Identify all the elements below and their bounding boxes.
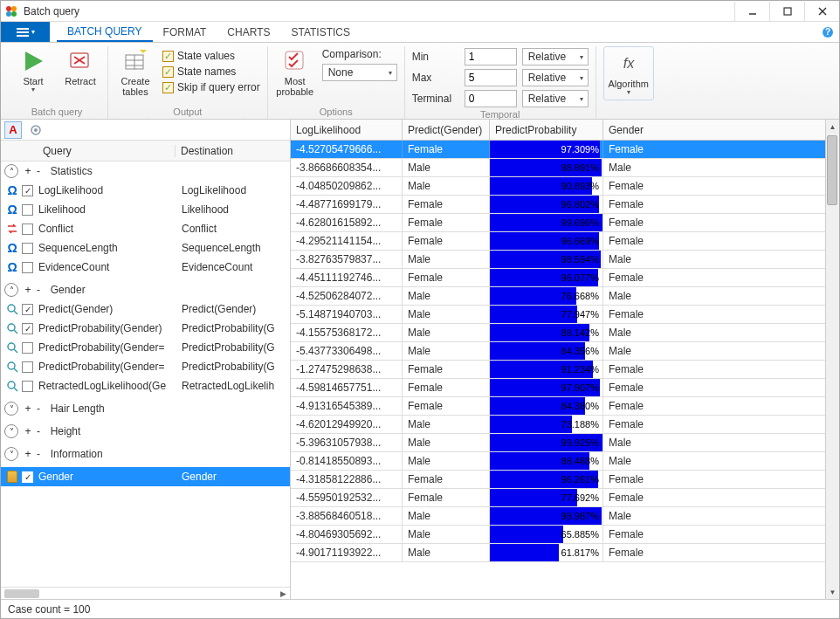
tree-group-information[interactable]: ˅+- Information: [1, 444, 290, 464]
tree-item-selected[interactable]: GenderGender: [1, 467, 290, 486]
checkbox[interactable]: [22, 224, 33, 235]
checkbox[interactable]: [22, 361, 33, 373]
minimize-button[interactable]: [734, 2, 769, 21]
skip-error-checkbox[interactable]: Skip if query error: [162, 81, 260, 93]
close-button[interactable]: [804, 2, 839, 21]
start-button[interactable]: Start ▾: [13, 46, 53, 93]
checkbox[interactable]: [22, 204, 33, 216]
state-names-checkbox[interactable]: State names: [162, 65, 260, 78]
ribbon-group-temporal: MinRelative▾ MaxRelative▾ TerminalRelati…: [405, 46, 596, 119]
results-grid: LogLikelihoodPredict(Gender)PredictProba…: [291, 120, 839, 599]
table-row[interactable]: -4.04850209862...Male90.893%Female: [291, 177, 839, 196]
checkbox[interactable]: [22, 342, 33, 354]
checkbox[interactable]: [22, 304, 33, 315]
checkbox[interactable]: [22, 471, 33, 483]
table-row[interactable]: -4.15575368172...Male88.142%Male: [291, 324, 839, 342]
results-body[interactable]: -4.52705479666...Female97.309%Female-3.8…: [291, 141, 839, 599]
retract-button[interactable]: Retract: [60, 46, 100, 86]
tree-group-statistics[interactable]: ˄+- Statistics: [1, 162, 290, 181]
tree-group-height[interactable]: ˅+- Height: [1, 422, 290, 441]
expand-icon[interactable]: ˅: [4, 447, 18, 461]
checkbox[interactable]: [22, 262, 33, 273]
tree-item[interactable]: ConflictConflict: [1, 219, 290, 238]
collapse-icon[interactable]: ˄: [4, 164, 18, 178]
table-row[interactable]: -5.43773306498...Male84.356%Male: [291, 342, 839, 361]
tree-group-hair-length[interactable]: ˅+- Hair Length: [1, 399, 290, 418]
table-row[interactable]: -4.52705479666...Female97.309%Female: [291, 141, 839, 159]
min-mode-combo[interactable]: Relative▾: [522, 48, 589, 65]
terminal-label: Terminal: [412, 93, 459, 105]
font-tool-button[interactable]: A: [4, 121, 22, 139]
tree-item[interactable]: ΩLogLikelihoodLogLikelihood: [1, 181, 290, 200]
column-header[interactable]: LogLikelihood: [291, 120, 403, 140]
expand-icon[interactable]: ˅: [4, 402, 18, 416]
checkbox[interactable]: [22, 323, 33, 334]
tab-batch-query[interactable]: BATCH QUERY: [57, 22, 153, 42]
cell-predict: Male: [403, 434, 490, 451]
max-input[interactable]: [465, 69, 517, 86]
tree-item[interactable]: PredictProbability(Gender=PredictProbabi…: [1, 338, 290, 357]
collapse-icon[interactable]: ˄: [4, 283, 18, 297]
table-row[interactable]: -4.91316545389...Female84.380%Female: [291, 397, 839, 416]
tree-item[interactable]: ΩEvidenceCountEvidenceCount: [1, 258, 290, 277]
tree-group-gender[interactable]: ˄+- Gender: [1, 280, 290, 299]
vertical-scrollbar[interactable]: ▲ ▼: [825, 120, 839, 599]
scroll-down-icon[interactable]: ▼: [826, 585, 839, 599]
checkbox[interactable]: [22, 381, 33, 392]
min-input[interactable]: [465, 48, 517, 65]
table-row[interactable]: -3.82763579837...Male98.594%Male: [291, 251, 839, 269]
tab-charts[interactable]: CHARTS: [217, 22, 280, 42]
scrollbar-thumb[interactable]: [827, 135, 837, 205]
table-row[interactable]: -5.39631057938...Male99.925%Male: [291, 434, 839, 452]
comparison-combo[interactable]: None▾: [322, 64, 397, 81]
table-row[interactable]: -3.88568460518...Male98.987%Male: [291, 507, 839, 526]
table-row[interactable]: -4.45111192746...Female96.077%Female: [291, 269, 839, 287]
table-row[interactable]: -4.59814657751...Female97.907%Female: [291, 379, 839, 397]
algorithm-button[interactable]: fx Algorithm ▾: [603, 46, 654, 100]
state-values-checkbox[interactable]: State values: [162, 50, 260, 62]
table-row[interactable]: -4.29521141154...Female96.669%Female: [291, 232, 839, 251]
expand-icon[interactable]: ˅: [4, 424, 18, 438]
table-row[interactable]: -4.62801615892...Female99.696%Female: [291, 214, 839, 232]
table-row[interactable]: -4.80469305692...Male65.885%Female: [291, 526, 839, 544]
checkbox[interactable]: [22, 185, 33, 196]
terminal-input[interactable]: [465, 90, 517, 107]
help-icon[interactable]: ?: [822, 22, 834, 42]
checkbox[interactable]: [22, 243, 33, 254]
scroll-up-icon[interactable]: ▲: [826, 120, 839, 134]
cell-gender: Male: [603, 434, 839, 451]
column-header[interactable]: PredictProbability: [490, 120, 603, 140]
table-row[interactable]: -4.52506284072...Male76.668%Male: [291, 287, 839, 306]
tree-body[interactable]: ˄+- StatisticsΩLogLikelihoodLogLikelihoo…: [1, 162, 290, 587]
most-probable-button[interactable]: Most probable: [275, 46, 315, 97]
table-row[interactable]: -3.86686608354...Male98.891%Male: [291, 159, 839, 177]
tree-item[interactable]: ΩLikelihoodLikelihood: [1, 200, 290, 219]
table-row[interactable]: -5.14871940703...Male77.947%Female: [291, 306, 839, 324]
maximize-button[interactable]: [769, 2, 804, 21]
column-header[interactable]: Gender: [603, 120, 839, 140]
table-row[interactable]: -4.31858122886...Female96.261%Female: [291, 471, 839, 489]
tab-statistics[interactable]: STATISTICS: [280, 22, 361, 42]
tree-item[interactable]: RetractedLogLikelihood(GeRetractedLogLik…: [1, 376, 290, 395]
tree-item[interactable]: Predict(Gender)Predict(Gender): [1, 299, 290, 319]
gear-icon[interactable]: [27, 121, 45, 139]
terminal-mode-combo[interactable]: Relative▾: [522, 90, 589, 107]
table-row[interactable]: -4.90171193922...Male61.817%Female: [291, 544, 839, 562]
table-row[interactable]: -4.62012949920...Male73.188%Female: [291, 416, 839, 434]
tree-item[interactable]: PredictProbability(Gender=PredictProbabi…: [1, 357, 290, 376]
create-tables-button[interactable]: Create tables: [115, 46, 155, 97]
tab-format[interactable]: FORMAT: [153, 22, 217, 42]
table-row[interactable]: -4.55950192532...Female77.692%Female: [291, 489, 839, 507]
tree-header-destination[interactable]: Destination: [176, 145, 290, 157]
file-menu-button[interactable]: ▾: [1, 22, 50, 42]
table-row[interactable]: -4.48771699179...Female96.802%Female: [291, 196, 839, 214]
tree-header-query[interactable]: Query: [1, 145, 176, 157]
table-row[interactable]: -0.81418550893...Male88.488%Male: [291, 452, 839, 471]
max-mode-combo[interactable]: Relative▾: [522, 69, 589, 86]
column-header[interactable]: Predict(Gender): [403, 120, 490, 140]
tree-item[interactable]: ΩSequenceLengthSequenceLength: [1, 238, 290, 258]
cell-loglikelihood: -4.04850209862...: [291, 177, 403, 195]
horizontal-scrollbar[interactable]: ▶: [1, 587, 290, 599]
tree-item[interactable]: PredictProbability(Gender)PredictProbabi…: [1, 319, 290, 338]
table-row[interactable]: -1.27475298638...Female91.234%Female: [291, 361, 839, 379]
